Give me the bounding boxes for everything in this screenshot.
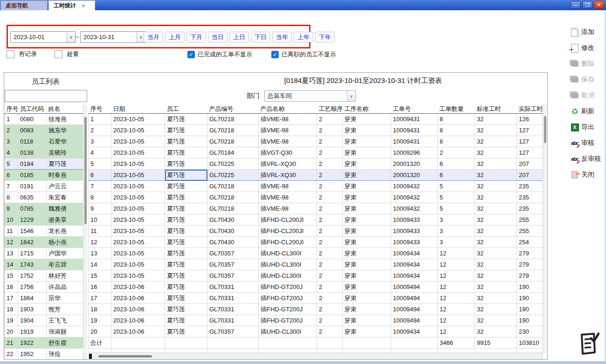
worksheet-cell[interactable]: 2 bbox=[317, 192, 343, 203]
worksheet-cell[interactable]: 32 bbox=[475, 203, 517, 214]
worksheet-cell[interactable]: 32 bbox=[475, 226, 517, 237]
employee-cell[interactable]: 林好芳 bbox=[47, 270, 84, 282]
worksheet-cell[interactable]: 2023-10-05 bbox=[111, 125, 165, 136]
employee-row[interactable]: 201919张淑丽 bbox=[5, 326, 84, 337]
worksheet-cell[interactable]: 2 bbox=[317, 237, 343, 248]
worksheet-cell[interactable]: 12 bbox=[438, 270, 475, 282]
employee-cell[interactable]: 13 bbox=[5, 248, 18, 259]
worksheet-cell[interactable]: 12 bbox=[438, 248, 475, 259]
worksheet-cell[interactable]: 穿束 bbox=[343, 315, 391, 326]
employee-cell[interactable]: 1752 bbox=[18, 270, 47, 282]
worksheet-cell[interactable]: 10009494 bbox=[391, 315, 438, 326]
worksheet-cell[interactable]: 夏巧莲 bbox=[165, 114, 207, 125]
worksheet-cell[interactable]: 279 bbox=[517, 248, 543, 259]
worksheet-cell[interactable]: 10009431 bbox=[391, 136, 438, 147]
worksheet-row[interactable]: 172023-10-06夏巧莲GL70331插FHD-GT200J2穿束1000… bbox=[89, 293, 543, 304]
worksheet-cell[interactable]: GL70430 bbox=[207, 226, 259, 237]
employee-cell[interactable]: 8 bbox=[5, 192, 18, 203]
worksheet-cell[interactable]: 255 bbox=[517, 226, 543, 237]
worksheet-cell[interactable]: 32 bbox=[475, 270, 517, 282]
worksheet-cell[interactable]: 插UHD-CL300I bbox=[259, 270, 317, 282]
worksheet-cell[interactable]: 穿束 bbox=[343, 259, 391, 270]
worksheet-cell[interactable]: GL70357 bbox=[207, 259, 259, 270]
employee-cell[interactable]: 22 bbox=[5, 349, 18, 360]
worksheet-cell[interactable]: 230 bbox=[517, 326, 543, 337]
worksheet-cell[interactable]: 235 bbox=[517, 181, 543, 192]
worksheet-cell[interactable]: 3 bbox=[438, 237, 475, 248]
worksheet-cell[interactable]: 插FHD-GT200J bbox=[259, 304, 317, 315]
worksheet-cell[interactable]: 14 bbox=[89, 259, 111, 270]
window-minimize-button[interactable]: — bbox=[571, 1, 581, 9]
worksheet-cell[interactable]: 13 bbox=[89, 248, 111, 259]
worksheet-cell[interactable]: 穿束 bbox=[343, 147, 391, 158]
employee-cell[interactable]: 吴晓玲 bbox=[47, 147, 84, 158]
worksheet-row[interactable]: 32023-10-05夏巧莲GL70218插VME-982穿束100094318… bbox=[89, 136, 543, 147]
worksheet-cell[interactable]: 穿束 bbox=[343, 270, 391, 282]
worksheet-cell[interactable]: 10009432 bbox=[391, 203, 438, 214]
worksheet-cell[interactable]: GL70218 bbox=[207, 125, 259, 136]
horizontal-scrollbar-thumb[interactable] bbox=[98, 355, 152, 357]
worksheet-column-header[interactable]: 工单号 bbox=[391, 105, 438, 114]
employee-cell[interactable]: 20 bbox=[5, 326, 18, 337]
quick-date-button[interactable]: 当日 bbox=[208, 32, 227, 42]
employee-row[interactable]: 20083施东华 bbox=[5, 125, 84, 136]
worksheet-column-header[interactable]: 工单数量 bbox=[438, 105, 475, 114]
employee-row[interactable]: 191904王飞飞 bbox=[5, 315, 84, 326]
employee-column-header[interactable]: 姓名 bbox=[47, 105, 84, 114]
worksheet-cell[interactable]: 32 bbox=[475, 136, 517, 147]
worksheet-cell[interactable]: 2 bbox=[317, 170, 343, 181]
worksheet-row[interactable]: 52023-10-05夏巧莲GL70225插VRL-XQ302穿束2000132… bbox=[89, 158, 543, 170]
worksheet-cell[interactable]: 2023-10-05 bbox=[111, 203, 165, 214]
worksheet-cell[interactable]: 夏巧莲 bbox=[165, 237, 207, 248]
worksheet-cell[interactable]: 2 bbox=[317, 248, 343, 259]
worksheet-cell[interactable]: 夏巧莲 bbox=[165, 226, 207, 237]
worksheet-cell[interactable]: 夏巧莲 bbox=[165, 326, 207, 337]
worksheet-cell[interactable]: 6 bbox=[438, 170, 475, 181]
employee-cell[interactable]: 19 bbox=[5, 315, 18, 326]
worksheet-row[interactable]: 202023-10-06夏巧莲GL70357插UHD-CL300I2穿束1000… bbox=[89, 326, 543, 337]
worksheet-cell[interactable]: 穿束 bbox=[343, 226, 391, 237]
worksheet-cell[interactable]: 2023-10-05 bbox=[111, 192, 165, 203]
worksheet-cell[interactable]: 夏巧莲 bbox=[165, 304, 207, 315]
worksheet-cell[interactable]: 32 bbox=[475, 192, 517, 203]
employee-cell[interactable]: 徐海燕 bbox=[47, 114, 84, 125]
employee-cell[interactable]: 1642 bbox=[18, 237, 47, 248]
toolbar-button-refresh[interactable]: 刷新 bbox=[570, 106, 605, 117]
worksheet-cell[interactable]: 插FHD-CL200JI bbox=[259, 214, 317, 226]
worksheet-cell[interactable]: GL70357 bbox=[207, 270, 259, 282]
employee-cell[interactable]: 14 bbox=[5, 259, 18, 270]
employee-cell[interactable]: 魏雅倩 bbox=[47, 203, 84, 214]
worksheet-cell[interactable]: 穿束 bbox=[343, 237, 391, 248]
employee-cell[interactable]: 朱宏春 bbox=[47, 192, 84, 203]
worksheet-cell[interactable]: 32 bbox=[475, 125, 517, 136]
employee-row[interactable]: 60185时春燕 bbox=[5, 170, 84, 181]
employee-cell[interactable]: 卢云云 bbox=[47, 181, 84, 192]
tab-desktop-nav[interactable]: 桌面导航 bbox=[0, 0, 48, 10]
checkbox-checked-icon[interactable] bbox=[187, 51, 195, 58]
worksheet-row[interactable]: 62023-10-05夏巧莲GL70225插VRL-XQ302穿束2000132… bbox=[89, 170, 543, 181]
worksheet-cell[interactable]: 10009433 bbox=[391, 226, 438, 237]
worksheet-cell[interactable]: 32 bbox=[475, 237, 517, 248]
worksheet-cell[interactable]: 254 bbox=[517, 237, 543, 248]
worksheet-cell[interactable]: 夏巧莲 bbox=[165, 248, 207, 259]
window-restore-button[interactable]: ❐ bbox=[582, 1, 592, 9]
worksheet-cell[interactable]: 插VME-98 bbox=[259, 192, 317, 203]
worksheet-cell[interactable]: 12 bbox=[438, 326, 475, 337]
worksheet-cell[interactable]: 18 bbox=[89, 304, 111, 315]
worksheet-cell[interactable]: 12 bbox=[438, 315, 475, 326]
worksheet-column-header[interactable]: 员工 bbox=[165, 105, 207, 114]
worksheet-row[interactable]: 192023-10-06夏巧莲GL70331插FHD-GT200J2穿束1000… bbox=[89, 315, 543, 326]
worksheet-scrollbar-thumb[interactable] bbox=[544, 116, 546, 143]
employee-row[interactable]: 141743牟云甜 bbox=[5, 259, 84, 270]
employee-cell[interactable]: 9 bbox=[5, 203, 18, 214]
worksheet-cell[interactable]: 12 bbox=[438, 293, 475, 304]
employee-cell[interactable]: 1 bbox=[5, 114, 18, 125]
employee-cell[interactable]: 5 bbox=[5, 158, 18, 170]
worksheet-cell[interactable]: 2023-10-05 bbox=[111, 114, 165, 125]
worksheet-column-header[interactable]: 日期 bbox=[111, 105, 165, 114]
worksheet-cell[interactable]: 10009431 bbox=[391, 114, 438, 125]
worksheet-cell[interactable]: 穿束 bbox=[343, 125, 391, 136]
employee-cell[interactable]: 2 bbox=[5, 125, 18, 136]
employee-row[interactable]: 151752林好芳 bbox=[5, 270, 84, 282]
worksheet-cell[interactable]: 插UHD-CL300I bbox=[259, 326, 317, 337]
